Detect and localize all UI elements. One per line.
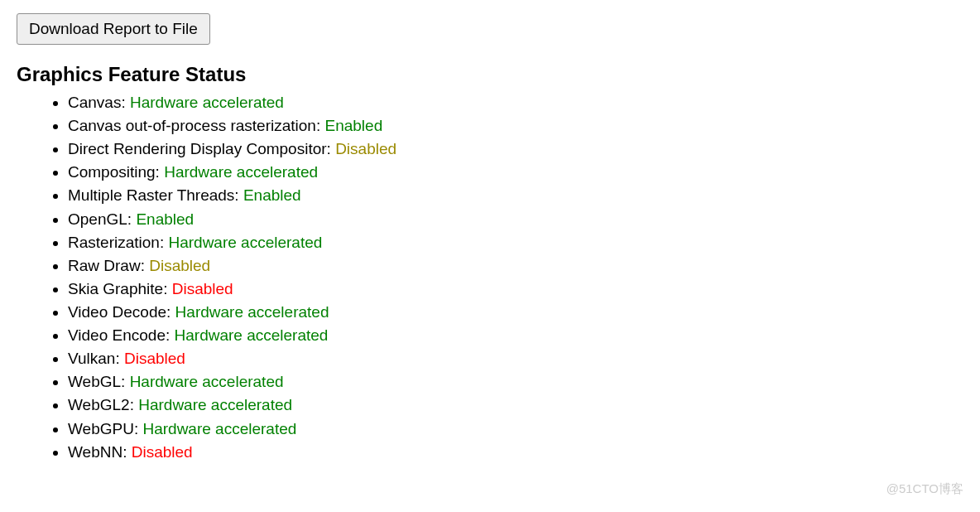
feature-item: WebGPUHardware accelerated — [68, 418, 963, 441]
feature-item: Video DecodeHardware accelerated — [68, 301, 963, 324]
feature-name: Vulkan — [68, 350, 124, 367]
feature-status: Enabled — [243, 186, 301, 204]
feature-status: Enabled — [324, 117, 382, 134]
feature-name: Compositing — [68, 163, 164, 181]
feature-item: VulkanDisabled — [68, 347, 963, 370]
feature-name: Canvas out-of-process rasterization — [68, 117, 324, 134]
feature-name: Video Encode — [68, 326, 175, 344]
feature-name: Raw Draw — [68, 257, 149, 274]
feature-item: WebGLHardware accelerated — [68, 370, 963, 394]
feature-name: Video Decode — [68, 303, 175, 321]
feature-item: Raw DrawDisabled — [68, 254, 963, 278]
download-report-button[interactable]: Download Report to File — [17, 13, 210, 45]
feature-name: WebGPU — [68, 420, 142, 437]
feature-status: Disabled — [124, 350, 185, 367]
watermark-text: @51CTO博客 — [886, 481, 963, 497]
feature-status: Hardware accelerated — [142, 420, 296, 437]
feature-status: Disabled — [335, 140, 396, 157]
feature-name: WebNN — [68, 443, 132, 461]
feature-item: WebGL2Hardware accelerated — [68, 394, 963, 417]
feature-status: Hardware accelerated — [164, 163, 318, 181]
feature-status: Hardware accelerated — [138, 396, 292, 413]
feature-status: Disabled — [172, 280, 233, 297]
feature-item: CanvasHardware accelerated — [68, 91, 963, 114]
feature-item: Direct Rendering Display CompositorDisab… — [68, 138, 963, 161]
feature-status: Disabled — [132, 443, 193, 461]
feature-status: Disabled — [149, 257, 210, 274]
feature-name: OpenGL — [68, 210, 136, 228]
feature-status: Hardware accelerated — [130, 94, 284, 111]
feature-item: Canvas out-of-process rasterizationEnabl… — [68, 114, 963, 138]
feature-name: WebGL2 — [68, 396, 138, 413]
feature-item: RasterizationHardware accelerated — [68, 231, 963, 254]
feature-name: Rasterization — [68, 234, 168, 251]
feature-name: Skia Graphite — [68, 280, 172, 297]
feature-name: Multiple Raster Threads — [68, 186, 243, 204]
feature-name: WebGL — [68, 373, 130, 390]
feature-name: Direct Rendering Display Compositor — [68, 140, 335, 157]
feature-item: Skia GraphiteDisabled — [68, 278, 963, 301]
feature-status: Hardware accelerated — [175, 303, 329, 321]
feature-status: Hardware accelerated — [130, 373, 284, 390]
feature-item: CompositingHardware accelerated — [68, 161, 963, 184]
feature-status: Hardware accelerated — [175, 326, 329, 344]
feature-name: Canvas — [68, 94, 130, 111]
feature-item: Video EncodeHardware accelerated — [68, 324, 963, 347]
graphics-feature-status-heading: Graphics Feature Status — [17, 63, 963, 86]
feature-status-list: CanvasHardware acceleratedCanvas out-of-… — [17, 91, 963, 464]
feature-item: WebNNDisabled — [68, 441, 963, 464]
feature-item: Multiple Raster ThreadsEnabled — [68, 184, 963, 207]
feature-item: OpenGLEnabled — [68, 208, 963, 231]
feature-status: Enabled — [136, 210, 194, 228]
feature-status: Hardware accelerated — [168, 234, 322, 251]
